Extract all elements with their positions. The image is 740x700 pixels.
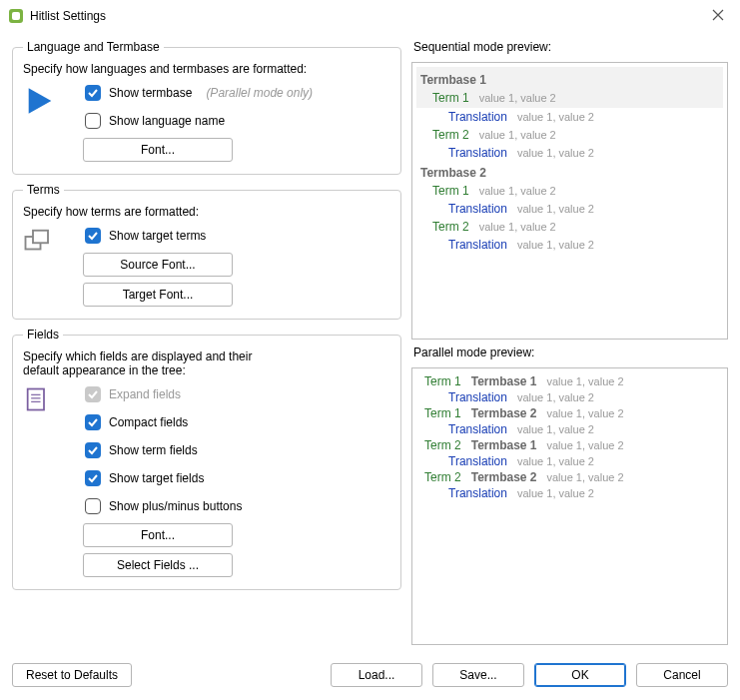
par-vals: value 1, value 2 bbox=[517, 487, 594, 499]
show-language-label: Show language name bbox=[109, 114, 225, 128]
par-tb: Termbase 1 bbox=[471, 438, 537, 452]
seq-translation: Translation bbox=[448, 146, 507, 160]
par-vals: value 1, value 2 bbox=[547, 407, 624, 419]
par-vals: value 1, value 2 bbox=[547, 375, 624, 387]
par-vals: value 1, value 2 bbox=[517, 455, 594, 467]
par-translation: Translation bbox=[448, 486, 507, 500]
language-desc: Specify how languages and termbases are … bbox=[23, 62, 390, 76]
terms-desc: Specify how terms are formatted: bbox=[23, 205, 390, 219]
show-language-checkbox[interactable] bbox=[85, 113, 101, 129]
show-term-fields-checkbox[interactable] bbox=[85, 442, 101, 458]
par-term: Term 1 bbox=[424, 374, 461, 388]
language-font-button[interactable]: Font... bbox=[83, 138, 233, 162]
windows-icon bbox=[23, 225, 71, 257]
show-plus-minus-label: Show plus/minus buttons bbox=[109, 499, 242, 513]
terms-group: Terms Specify how terms are formatted: S… bbox=[12, 183, 401, 320]
document-icon bbox=[23, 383, 71, 413]
show-target-terms-label: Show target terms bbox=[109, 229, 206, 243]
expand-fields-label: Expand fields bbox=[109, 387, 181, 401]
par-translation: Translation bbox=[448, 454, 507, 468]
seq-term: Term 2 bbox=[432, 220, 469, 234]
par-vals: value 1, value 2 bbox=[517, 423, 594, 435]
seq-vals: value 1, value 2 bbox=[517, 111, 594, 123]
svg-rect-1 bbox=[12, 12, 20, 20]
sequential-preview-label: Sequential mode preview: bbox=[413, 40, 728, 54]
source-font-button[interactable]: Source Font... bbox=[83, 253, 233, 277]
par-translation: Translation bbox=[448, 390, 507, 404]
seq-vals: value 1, value 2 bbox=[479, 185, 556, 197]
seq-vals: value 1, value 2 bbox=[479, 129, 556, 141]
ok-button[interactable]: OK bbox=[534, 663, 626, 687]
reset-button[interactable]: Reset to Defaults bbox=[12, 663, 132, 687]
play-icon bbox=[23, 82, 71, 118]
par-vals: value 1, value 2 bbox=[547, 471, 624, 483]
app-icon bbox=[8, 8, 24, 24]
parallel-preview-label: Parallel mode preview: bbox=[413, 346, 728, 359]
show-target-terms-checkbox[interactable] bbox=[85, 228, 101, 244]
sequential-preview: Termbase 1 Term 1value 1, value 2 Transl… bbox=[411, 62, 728, 340]
show-plus-minus-checkbox[interactable] bbox=[85, 498, 101, 514]
par-translation: Translation bbox=[448, 422, 507, 436]
window-title: Hitlist Settings bbox=[30, 9, 106, 23]
close-button[interactable] bbox=[704, 4, 732, 28]
par-tb: Termbase 2 bbox=[471, 406, 537, 420]
fields-legend: Fields bbox=[23, 328, 63, 342]
fields-group: Fields Specify which fields are displaye… bbox=[12, 328, 401, 590]
compact-fields-checkbox[interactable] bbox=[85, 414, 101, 430]
select-fields-button[interactable]: Select Fields ... bbox=[83, 553, 233, 577]
expand-fields-checkbox bbox=[85, 386, 101, 402]
cancel-button[interactable]: Cancel bbox=[636, 663, 728, 687]
show-target-fields-label: Show target fields bbox=[109, 471, 204, 485]
save-button[interactable]: Save... bbox=[432, 663, 524, 687]
terms-legend: Terms bbox=[23, 183, 64, 197]
seq-term: Term 2 bbox=[432, 128, 469, 142]
seq-vals: value 1, value 2 bbox=[479, 92, 556, 104]
par-vals: value 1, value 2 bbox=[547, 439, 624, 451]
par-term: Term 2 bbox=[424, 470, 461, 484]
svg-rect-3 bbox=[33, 231, 48, 244]
load-button[interactable]: Load... bbox=[331, 663, 422, 687]
seq-translation: Translation bbox=[448, 238, 507, 252]
seq-term: Term 1 bbox=[432, 91, 469, 105]
parallel-preview: Term 1Termbase 1value 1, value 2 Transla… bbox=[411, 367, 728, 645]
fields-font-button[interactable]: Font... bbox=[83, 523, 233, 547]
seq-vals: value 1, value 2 bbox=[517, 203, 594, 215]
seq-vals: value 1, value 2 bbox=[479, 221, 556, 233]
svg-rect-4 bbox=[28, 389, 44, 410]
target-font-button[interactable]: Target Font... bbox=[83, 283, 233, 307]
seq-termbase-1: Termbase 1 bbox=[420, 71, 719, 89]
par-term: Term 1 bbox=[424, 406, 461, 420]
seq-translation: Translation bbox=[448, 110, 507, 124]
show-termbase-checkbox[interactable] bbox=[85, 85, 101, 101]
par-term: Term 2 bbox=[424, 438, 461, 452]
show-termbase-label: Show termbase bbox=[109, 86, 192, 100]
par-tb: Termbase 1 bbox=[471, 374, 537, 388]
fields-desc: Specify which fields are displayed and t… bbox=[23, 350, 283, 377]
seq-vals: value 1, value 2 bbox=[517, 239, 594, 251]
compact-fields-label: Compact fields bbox=[109, 415, 188, 429]
seq-vals: value 1, value 2 bbox=[517, 147, 594, 159]
par-vals: value 1, value 2 bbox=[517, 391, 594, 403]
parallel-hint: (Parallel mode only) bbox=[206, 86, 313, 100]
seq-termbase-2: Termbase 2 bbox=[420, 164, 719, 182]
language-termbase-group: Language and Termbase Specify how langua… bbox=[12, 40, 401, 175]
language-legend: Language and Termbase bbox=[23, 40, 164, 54]
seq-term: Term 1 bbox=[432, 184, 469, 198]
show-target-fields-checkbox[interactable] bbox=[85, 470, 101, 486]
bottom-bar: Reset to Defaults Load... Save... OK Can… bbox=[0, 658, 740, 700]
seq-translation: Translation bbox=[448, 202, 507, 216]
titlebar: Hitlist Settings bbox=[0, 0, 740, 32]
show-term-fields-label: Show term fields bbox=[109, 443, 198, 457]
par-tb: Termbase 2 bbox=[471, 470, 537, 484]
